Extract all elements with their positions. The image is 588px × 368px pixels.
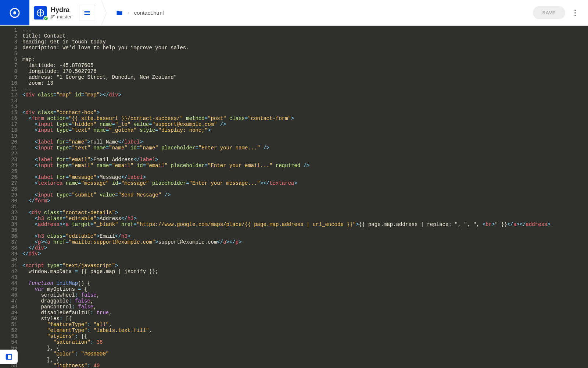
code-line[interactable]: styles: [{ <box>22 316 588 322</box>
code-line[interactable]: map: <box>22 57 588 63</box>
project-selector[interactable]: Hydra master <box>29 0 101 25</box>
status-ok-icon <box>43 16 49 21</box>
branch-name: master <box>57 14 72 20</box>
code-line[interactable]: address: "1 George Street, Dunedin, New … <box>22 74 588 80</box>
code-line[interactable]: "lightness": 40 <box>22 363 588 368</box>
code-line[interactable]: </div> <box>22 245 588 251</box>
code-line[interactable]: <div class="contact-details"> <box>22 210 588 216</box>
code-line[interactable]: <address><a target="_blank" href="https:… <box>22 222 588 227</box>
code-line[interactable]: window.mapData = {{ page.map | jsonify }… <box>22 269 588 275</box>
svg-point-9 <box>54 15 55 16</box>
code-line[interactable]: }, { <box>22 345 588 351</box>
code-line[interactable] <box>22 227 588 233</box>
svg-point-15 <box>574 15 576 16</box>
code-line[interactable]: panControl: false, <box>22 304 588 310</box>
more-button[interactable] <box>570 7 581 18</box>
code-line[interactable]: "featureType": "all", <box>22 322 588 328</box>
code-line[interactable]: zoom: 13 <box>22 80 588 86</box>
right-actions: SAVE <box>533 0 588 25</box>
code-line[interactable]: <label for="email">Email Address</label> <box>22 157 588 163</box>
svg-rect-10 <box>84 11 90 12</box>
svg-rect-11 <box>84 13 90 13</box>
code-line[interactable]: <input type="text" name="_gotcha" style=… <box>22 127 588 133</box>
code-line[interactable] <box>22 98 588 104</box>
code-editor[interactable]: 1234567891011121314151617181920212223242… <box>0 26 588 368</box>
code-line[interactable]: "color": "#000000" <box>22 351 588 357</box>
code-line[interactable]: <input type="hidden" name="_to" value="s… <box>22 121 588 127</box>
code-line[interactable]: <p><a href="mailto:support@example.com">… <box>22 239 588 245</box>
menu-toggle-button[interactable] <box>79 5 95 21</box>
code-line[interactable]: "saturation": 36 <box>22 339 588 345</box>
panel-icon <box>5 353 12 361</box>
code-line[interactable]: }, { <box>22 357 588 363</box>
svg-rect-2 <box>11 12 14 13</box>
svg-point-14 <box>574 12 576 14</box>
code-line[interactable] <box>22 51 588 57</box>
code-line[interactable]: var myOptions = { <box>22 286 588 292</box>
code-line[interactable]: <label for="name">Full Name</label> <box>22 139 588 145</box>
code-line[interactable]: <h3 class="editable">Email</h3> <box>22 233 588 239</box>
code-line[interactable]: "stylers": [{ <box>22 333 588 339</box>
code-line[interactable]: <label for="message">Message</label> <box>22 174 588 180</box>
chevron-right-icon: › <box>128 9 130 17</box>
code-line[interactable]: <script type="text/javascript"> <box>22 263 588 269</box>
svg-point-7 <box>51 15 53 16</box>
code-area[interactable]: ---title: Contactheading: Get in touch t… <box>20 26 588 368</box>
code-line[interactable]: </div> <box>22 251 588 257</box>
code-line[interactable]: --- <box>22 27 588 33</box>
code-line[interactable]: <div class="map" id="map"></div> <box>22 92 588 98</box>
code-line[interactable]: <textarea name="message" id="message" pl… <box>22 180 588 186</box>
code-line[interactable]: longitude: 170.5027976 <box>22 68 588 74</box>
code-line[interactable]: <input type="text" name="name" id="name"… <box>22 145 588 151</box>
code-line[interactable]: </form> <box>22 198 588 204</box>
code-line[interactable]: <form action="{{ site.baseurl }}/contact… <box>22 116 588 121</box>
line-gutter: 1234567891011121314151617181920212223242… <box>0 26 20 368</box>
code-line[interactable]: --- <box>22 86 588 92</box>
code-line[interactable]: latitude: -45.8787605 <box>22 63 588 68</box>
code-line[interactable] <box>22 204 588 210</box>
project-text: Hydra master <box>51 6 72 20</box>
code-line[interactable]: function initMap() { <box>22 280 588 286</box>
code-line[interactable] <box>22 186 588 192</box>
svg-rect-3 <box>16 12 19 13</box>
code-line[interactable]: disableDefaultUI: true, <box>22 310 588 316</box>
code-line[interactable] <box>22 104 588 110</box>
project-branch: master <box>51 14 72 20</box>
code-line[interactable]: draggable: false, <box>22 298 588 304</box>
code-line[interactable] <box>22 151 588 157</box>
more-vertical-icon <box>574 10 576 16</box>
drawer-toggle[interactable] <box>0 350 18 364</box>
svg-point-1 <box>13 11 17 14</box>
code-line[interactable]: <input type="email" name="email" id="ema… <box>22 163 588 169</box>
code-line[interactable]: <input type="submit" value="Send Message… <box>22 192 588 198</box>
code-line[interactable]: <h3 class="editable">Address</h3> <box>22 216 588 222</box>
topbar: Hydra master › contact.html SAVE <box>0 0 588 26</box>
code-line[interactable]: <div class="contact-box"> <box>22 110 588 116</box>
code-line[interactable]: title: Contact <box>22 33 588 39</box>
project-icon <box>34 6 47 20</box>
filename: contact.html <box>134 10 164 16</box>
code-line[interactable]: heading: Get in touch today <box>22 39 588 45</box>
folder-icon[interactable] <box>116 9 123 17</box>
save-button[interactable]: SAVE <box>533 6 565 19</box>
svg-rect-12 <box>84 14 90 15</box>
branch-icon <box>51 14 55 19</box>
code-line[interactable]: description: We'd love to help you impro… <box>22 45 588 51</box>
svg-rect-17 <box>6 354 8 359</box>
code-line[interactable] <box>22 133 588 139</box>
svg-point-13 <box>574 10 576 11</box>
code-line[interactable] <box>22 275 588 280</box>
code-line[interactable]: scrollwheel: false, <box>22 292 588 298</box>
code-line[interactable] <box>22 169 588 174</box>
svg-point-8 <box>51 17 53 18</box>
logo-icon <box>9 7 21 19</box>
code-line[interactable]: "elementType": "labels.text.fill", <box>22 328 588 333</box>
breadcrumb: › contact.html <box>101 0 164 25</box>
menu-icon <box>83 9 91 17</box>
app-logo[interactable] <box>0 0 29 25</box>
project-name: Hydra <box>51 6 72 14</box>
code-line[interactable] <box>22 257 588 263</box>
